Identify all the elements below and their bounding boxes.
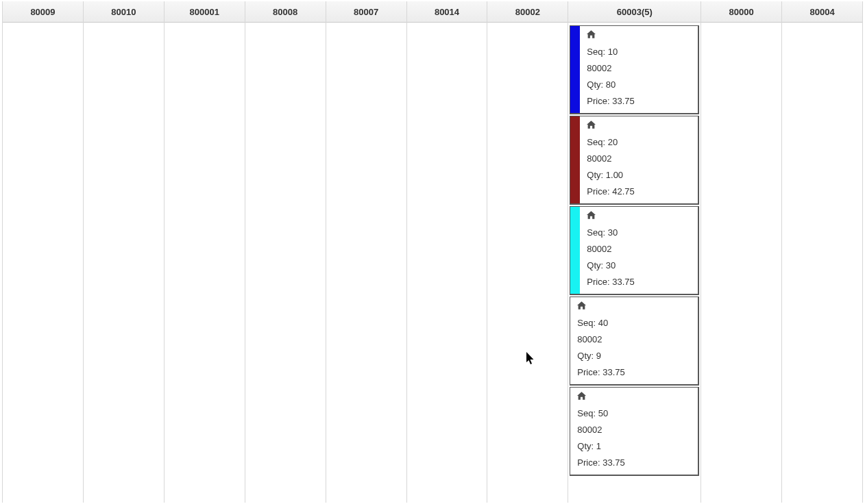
- card-color-stripe: [570, 26, 580, 113]
- column-body: [782, 23, 862, 503]
- card-code: 80002: [587, 63, 691, 74]
- column-col5: 80014: [407, 1, 488, 503]
- card-color-stripe: [570, 207, 580, 294]
- card-code: 80002: [577, 334, 691, 345]
- column-body: [407, 23, 487, 503]
- card-content: Seq: 5080002Qty: 1Price: 33.75: [570, 388, 698, 475]
- column-header[interactable]: 80009: [3, 1, 83, 23]
- column-col6: 80002: [487, 1, 568, 503]
- card-qty: Qty: 80: [587, 79, 691, 90]
- card-price: Price: 33.75: [577, 367, 691, 378]
- card[interactable]: Seq: 2080002Qty: 1.00Price: 42.75: [570, 116, 699, 205]
- card-qty: Qty: 1: [577, 441, 691, 452]
- card[interactable]: Seq: 3080002Qty: 30Price: 33.75: [570, 206, 699, 295]
- card-qty: Qty: 30: [587, 260, 691, 271]
- card-icon-row: [577, 392, 691, 403]
- column-body: [3, 23, 83, 503]
- card-content: Seq: 1080002Qty: 80Price: 33.75: [580, 26, 698, 113]
- card-seq: Seq: 30: [587, 227, 691, 238]
- card-icon-row: [587, 211, 691, 222]
- card-price: Price: 33.75: [577, 457, 691, 468]
- column-header[interactable]: 80007: [326, 1, 406, 23]
- card-seq: Seq: 20: [587, 137, 691, 148]
- card[interactable]: Seq: 5080002Qty: 1Price: 33.75: [570, 387, 699, 476]
- column-body: [84, 23, 164, 503]
- card-icon-row: [587, 30, 691, 41]
- column-body: [165, 23, 245, 503]
- card-price: Price: 33.75: [587, 96, 691, 107]
- card-price: Price: 42.75: [587, 186, 691, 197]
- column-body: [326, 23, 406, 503]
- column-col4: 80007: [326, 1, 407, 503]
- column-header[interactable]: 800001: [165, 1, 245, 23]
- card-code: 80002: [587, 153, 691, 164]
- card[interactable]: Seq: 4080002Qty: 9Price: 33.75: [570, 297, 699, 386]
- column-col7: 60003(5)Seq: 1080002Qty: 80Price: 33.75S…: [568, 1, 701, 503]
- card-price: Price: 33.75: [587, 277, 691, 288]
- column-header[interactable]: 80008: [245, 1, 326, 23]
- column-header[interactable]: 60003(5): [568, 1, 700, 23]
- column-col3: 80008: [245, 1, 326, 503]
- column-body: [701, 23, 781, 503]
- home-icon: [587, 211, 596, 220]
- column-header[interactable]: 80000: [701, 1, 781, 23]
- column-body: Seq: 1080002Qty: 80Price: 33.75Seq: 2080…: [568, 23, 700, 503]
- card-content: Seq: 2080002Qty: 1.00Price: 42.75: [580, 116, 698, 203]
- column-header[interactable]: 80014: [407, 1, 487, 23]
- card-icon-row: [577, 301, 691, 312]
- home-icon: [577, 392, 586, 401]
- card-content: Seq: 4080002Qty: 9Price: 33.75: [570, 297, 698, 384]
- column-header[interactable]: 80004: [782, 1, 862, 23]
- home-icon: [587, 30, 596, 40]
- column-col0: 80009: [2, 1, 84, 503]
- column-header[interactable]: 80010: [84, 1, 164, 23]
- kanban-grid: 8000980010800001800088000780014800026000…: [0, 0, 865, 504]
- card-seq: Seq: 10: [587, 47, 691, 58]
- card[interactable]: Seq: 1080002Qty: 80Price: 33.75: [570, 25, 699, 114]
- column-header[interactable]: 80002: [487, 1, 568, 23]
- card-content: Seq: 3080002Qty: 30Price: 33.75: [580, 207, 698, 294]
- card-color-stripe: [570, 116, 580, 203]
- card-icon-row: [587, 121, 691, 131]
- card-qty: Qty: 9: [577, 351, 691, 362]
- card-seq: Seq: 50: [577, 408, 691, 419]
- column-col8: 80000: [701, 1, 782, 503]
- column-col1: 80010: [84, 1, 165, 503]
- column-col9: 80004: [782, 1, 863, 503]
- card-code: 80002: [577, 425, 691, 436]
- column-col2: 800001: [165, 1, 245, 503]
- home-icon: [587, 121, 596, 130]
- card-seq: Seq: 40: [577, 318, 691, 329]
- card-qty: Qty: 1.00: [587, 170, 691, 181]
- card-code: 80002: [587, 244, 691, 255]
- home-icon: [577, 301, 586, 311]
- column-body: [245, 23, 326, 503]
- column-body: [487, 23, 568, 503]
